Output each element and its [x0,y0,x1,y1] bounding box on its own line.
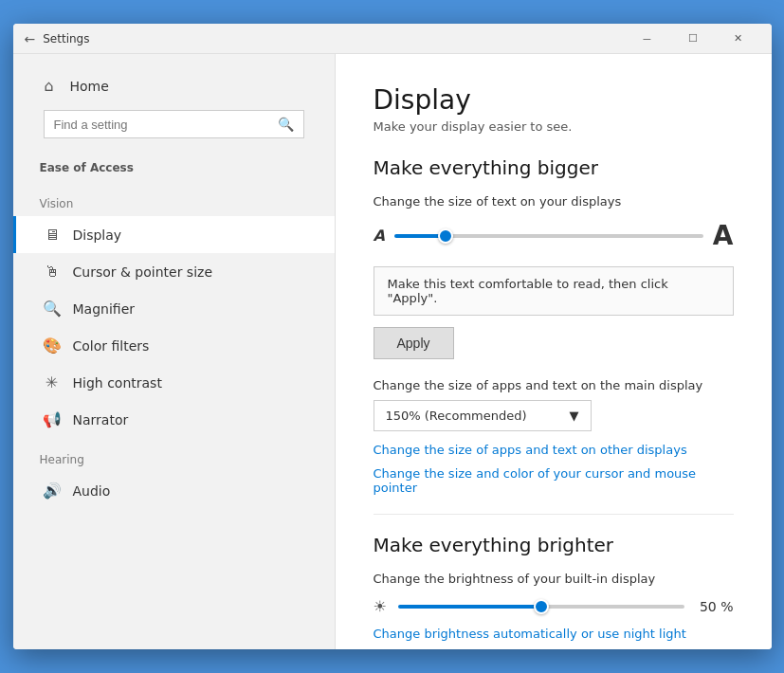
text-size-label: Change the size of text on your displays [374,194,734,209]
sidebar-item-color-filters[interactable]: 🎨 Color filters [13,327,335,364]
titlebar: ← Settings ─ ☐ ✕ [13,24,772,54]
sidebar-top: ⌂ Home 🔍 [13,54,335,157]
hearing-section-label: Hearing [13,438,335,472]
brightness-value: 50 % [696,599,734,614]
apps-size-dropdown[interactable]: 150% (Recommended) ▼ [374,400,592,431]
text-size-slider-row: A A [374,220,734,251]
content-area: ⌂ Home 🔍 Ease of Access Vision 🖥 Display… [13,54,772,649]
sidebar-item-narrator[interactable]: 📢 Narrator [13,401,335,438]
window-title: Settings [43,32,89,45]
apps-size-value: 150% (Recommended) [386,409,527,423]
dropdown-chevron-icon: ▼ [570,409,579,423]
sidebar-item-cursor[interactable]: 🖱 Cursor & pointer size [13,253,335,290]
magnifier-label: Magnifier [73,301,136,317]
search-icon: 🔍 [278,117,294,132]
large-a-label: A [713,220,734,251]
cursor-label: Cursor & pointer size [73,264,213,280]
audio-icon: 🔊 [43,482,62,500]
hint-text-box: Make this text comfortable to read, then… [374,266,734,316]
audio-label: Audio [73,483,111,499]
section-divider [374,514,734,515]
home-icon: ⌂ [40,77,59,95]
bigger-section-title: Make everything bigger [374,156,734,179]
minimize-button[interactable]: ─ [626,24,669,54]
display-icon: 🖥 [43,226,62,244]
close-button[interactable]: ✕ [717,24,760,54]
sidebar-item-display[interactable]: 🖥 Display [13,216,335,253]
breadcrumb: Ease of Access [13,157,335,182]
narrator-label: Narrator [73,412,129,427]
apply-button[interactable]: Apply [374,327,454,359]
settings-window: ← Settings ─ ☐ ✕ ⌂ Home 🔍 Ease of Access… [13,24,772,649]
apps-size-dropdown-row: Change the size of apps and text on the … [374,378,734,431]
window-controls: ─ ☐ ✕ [626,24,760,54]
brightness-slider[interactable] [398,605,684,609]
sidebar-item-home[interactable]: ⌂ Home [28,69,319,102]
other-displays-link[interactable]: Change the size of apps and text on othe… [374,443,734,457]
maximize-button[interactable]: ☐ [671,24,715,54]
magnifier-icon: 🔍 [43,300,62,318]
search-input[interactable] [54,118,272,132]
brighter-section-title: Make everything brighter [374,534,734,556]
search-box: 🔍 [44,110,304,138]
sun-icon: ☀ [374,597,387,615]
sidebar-item-audio[interactable]: 🔊 Audio [13,472,335,509]
sidebar-item-magnifier[interactable]: 🔍 Magnifier [13,290,335,327]
narrator-icon: 📢 [43,410,62,428]
main-content: Display Make your display easier to see.… [336,54,772,649]
display-label: Display [73,227,122,243]
color-filters-icon: 🎨 [43,336,62,355]
cursor-color-link[interactable]: Change the size and color of your cursor… [374,466,734,495]
small-a-label: A [374,227,385,245]
cursor-icon: 🖱 [43,263,62,281]
brightness-slider-row: ☀ 50 % [374,597,734,615]
text-size-slider[interactable] [394,234,703,238]
apps-size-label: Change the size of apps and text on the … [374,378,734,392]
back-button[interactable]: ← [25,31,36,46]
page-subtitle: Make your display easier to see. [374,119,734,134]
high-contrast-icon: ✳ [43,373,62,391]
brightness-label: Change the brightness of your built-in d… [374,572,734,586]
sidebar: ⌂ Home 🔍 Ease of Access Vision 🖥 Display… [13,54,336,649]
vision-section-label: Vision [13,182,335,216]
page-title: Display [374,84,734,116]
sidebar-item-high-contrast[interactable]: ✳ High contrast [13,364,335,401]
home-label: Home [70,79,109,94]
high-contrast-label: High contrast [73,375,162,391]
night-light-link[interactable]: Change brightness automatically or use n… [374,627,734,641]
color-filters-label: Color filters [73,338,150,354]
